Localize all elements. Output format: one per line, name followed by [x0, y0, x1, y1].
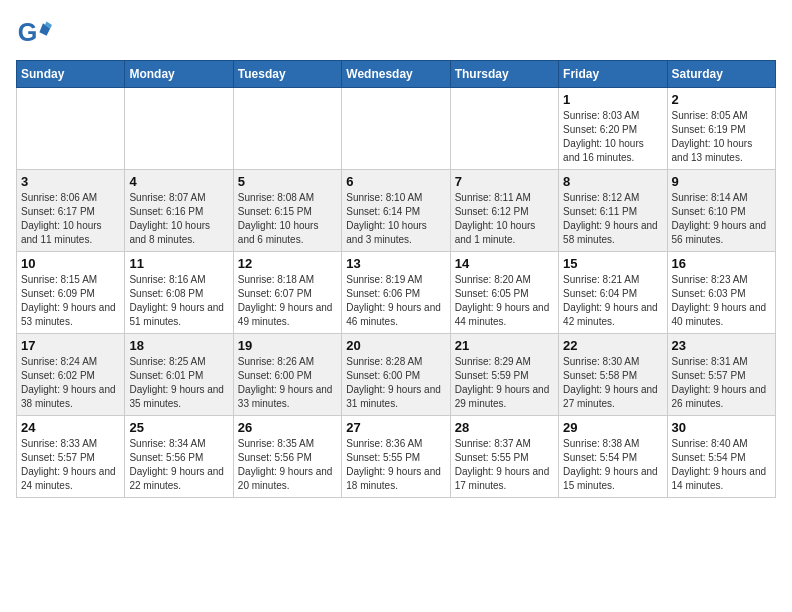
- calendar-cell: [125, 88, 233, 170]
- calendar-week-2: 3Sunrise: 8:06 AM Sunset: 6:17 PM Daylig…: [17, 170, 776, 252]
- day-number: 3: [21, 174, 120, 189]
- day-number: 28: [455, 420, 554, 435]
- calendar-cell: 8Sunrise: 8:12 AM Sunset: 6:11 PM Daylig…: [559, 170, 667, 252]
- day-info: Sunrise: 8:11 AM Sunset: 6:12 PM Dayligh…: [455, 191, 554, 247]
- calendar-cell: 2Sunrise: 8:05 AM Sunset: 6:19 PM Daylig…: [667, 88, 775, 170]
- day-info: Sunrise: 8:12 AM Sunset: 6:11 PM Dayligh…: [563, 191, 662, 247]
- day-number: 11: [129, 256, 228, 271]
- day-info: Sunrise: 8:07 AM Sunset: 6:16 PM Dayligh…: [129, 191, 228, 247]
- calendar-week-3: 10Sunrise: 8:15 AM Sunset: 6:09 PM Dayli…: [17, 252, 776, 334]
- day-info: Sunrise: 8:36 AM Sunset: 5:55 PM Dayligh…: [346, 437, 445, 493]
- calendar-cell: 17Sunrise: 8:24 AM Sunset: 6:02 PM Dayli…: [17, 334, 125, 416]
- weekday-friday: Friday: [559, 61, 667, 88]
- day-info: Sunrise: 8:25 AM Sunset: 6:01 PM Dayligh…: [129, 355, 228, 411]
- day-info: Sunrise: 8:26 AM Sunset: 6:00 PM Dayligh…: [238, 355, 337, 411]
- calendar-cell: 11Sunrise: 8:16 AM Sunset: 6:08 PM Dayli…: [125, 252, 233, 334]
- day-number: 10: [21, 256, 120, 271]
- day-info: Sunrise: 8:20 AM Sunset: 6:05 PM Dayligh…: [455, 273, 554, 329]
- day-info: Sunrise: 8:35 AM Sunset: 5:56 PM Dayligh…: [238, 437, 337, 493]
- day-number: 22: [563, 338, 662, 353]
- day-number: 26: [238, 420, 337, 435]
- day-info: Sunrise: 8:18 AM Sunset: 6:07 PM Dayligh…: [238, 273, 337, 329]
- day-number: 27: [346, 420, 445, 435]
- day-number: 15: [563, 256, 662, 271]
- calendar-cell: 15Sunrise: 8:21 AM Sunset: 6:04 PM Dayli…: [559, 252, 667, 334]
- day-info: Sunrise: 8:38 AM Sunset: 5:54 PM Dayligh…: [563, 437, 662, 493]
- calendar-cell: 5Sunrise: 8:08 AM Sunset: 6:15 PM Daylig…: [233, 170, 341, 252]
- day-number: 16: [672, 256, 771, 271]
- calendar-cell: 7Sunrise: 8:11 AM Sunset: 6:12 PM Daylig…: [450, 170, 558, 252]
- day-info: Sunrise: 8:14 AM Sunset: 6:10 PM Dayligh…: [672, 191, 771, 247]
- logo-icon: G: [16, 16, 52, 52]
- calendar-table: SundayMondayTuesdayWednesdayThursdayFrid…: [16, 60, 776, 498]
- calendar-cell: [450, 88, 558, 170]
- weekday-header-row: SundayMondayTuesdayWednesdayThursdayFrid…: [17, 61, 776, 88]
- calendar-cell: 13Sunrise: 8:19 AM Sunset: 6:06 PM Dayli…: [342, 252, 450, 334]
- day-number: 8: [563, 174, 662, 189]
- weekday-tuesday: Tuesday: [233, 61, 341, 88]
- weekday-wednesday: Wednesday: [342, 61, 450, 88]
- calendar-body: 1Sunrise: 8:03 AM Sunset: 6:20 PM Daylig…: [17, 88, 776, 498]
- calendar-cell: 19Sunrise: 8:26 AM Sunset: 6:00 PM Dayli…: [233, 334, 341, 416]
- calendar-week-5: 24Sunrise: 8:33 AM Sunset: 5:57 PM Dayli…: [17, 416, 776, 498]
- calendar-cell: 16Sunrise: 8:23 AM Sunset: 6:03 PM Dayli…: [667, 252, 775, 334]
- day-info: Sunrise: 8:30 AM Sunset: 5:58 PM Dayligh…: [563, 355, 662, 411]
- day-number: 17: [21, 338, 120, 353]
- day-number: 2: [672, 92, 771, 107]
- page-header: G: [16, 16, 776, 52]
- day-info: Sunrise: 8:23 AM Sunset: 6:03 PM Dayligh…: [672, 273, 771, 329]
- day-number: 12: [238, 256, 337, 271]
- weekday-sunday: Sunday: [17, 61, 125, 88]
- calendar-cell: 21Sunrise: 8:29 AM Sunset: 5:59 PM Dayli…: [450, 334, 558, 416]
- calendar-cell: 4Sunrise: 8:07 AM Sunset: 6:16 PM Daylig…: [125, 170, 233, 252]
- day-number: 4: [129, 174, 228, 189]
- day-number: 9: [672, 174, 771, 189]
- day-number: 1: [563, 92, 662, 107]
- calendar-cell: 28Sunrise: 8:37 AM Sunset: 5:55 PM Dayli…: [450, 416, 558, 498]
- day-info: Sunrise: 8:15 AM Sunset: 6:09 PM Dayligh…: [21, 273, 120, 329]
- day-number: 13: [346, 256, 445, 271]
- calendar-cell: 23Sunrise: 8:31 AM Sunset: 5:57 PM Dayli…: [667, 334, 775, 416]
- weekday-thursday: Thursday: [450, 61, 558, 88]
- calendar-cell: 9Sunrise: 8:14 AM Sunset: 6:10 PM Daylig…: [667, 170, 775, 252]
- calendar-cell: 18Sunrise: 8:25 AM Sunset: 6:01 PM Dayli…: [125, 334, 233, 416]
- calendar-cell: 29Sunrise: 8:38 AM Sunset: 5:54 PM Dayli…: [559, 416, 667, 498]
- day-info: Sunrise: 8:21 AM Sunset: 6:04 PM Dayligh…: [563, 273, 662, 329]
- calendar-week-4: 17Sunrise: 8:24 AM Sunset: 6:02 PM Dayli…: [17, 334, 776, 416]
- calendar-cell: 26Sunrise: 8:35 AM Sunset: 5:56 PM Dayli…: [233, 416, 341, 498]
- day-info: Sunrise: 8:29 AM Sunset: 5:59 PM Dayligh…: [455, 355, 554, 411]
- day-info: Sunrise: 8:19 AM Sunset: 6:06 PM Dayligh…: [346, 273, 445, 329]
- day-number: 19: [238, 338, 337, 353]
- day-info: Sunrise: 8:05 AM Sunset: 6:19 PM Dayligh…: [672, 109, 771, 165]
- day-number: 21: [455, 338, 554, 353]
- day-info: Sunrise: 8:24 AM Sunset: 6:02 PM Dayligh…: [21, 355, 120, 411]
- calendar-cell: 12Sunrise: 8:18 AM Sunset: 6:07 PM Dayli…: [233, 252, 341, 334]
- day-info: Sunrise: 8:16 AM Sunset: 6:08 PM Dayligh…: [129, 273, 228, 329]
- calendar-cell: 1Sunrise: 8:03 AM Sunset: 6:20 PM Daylig…: [559, 88, 667, 170]
- calendar-cell: 25Sunrise: 8:34 AM Sunset: 5:56 PM Dayli…: [125, 416, 233, 498]
- day-info: Sunrise: 8:37 AM Sunset: 5:55 PM Dayligh…: [455, 437, 554, 493]
- calendar-cell: 20Sunrise: 8:28 AM Sunset: 6:00 PM Dayli…: [342, 334, 450, 416]
- day-number: 18: [129, 338, 228, 353]
- calendar-cell: 10Sunrise: 8:15 AM Sunset: 6:09 PM Dayli…: [17, 252, 125, 334]
- day-number: 23: [672, 338, 771, 353]
- day-info: Sunrise: 8:28 AM Sunset: 6:00 PM Dayligh…: [346, 355, 445, 411]
- calendar-cell: 30Sunrise: 8:40 AM Sunset: 5:54 PM Dayli…: [667, 416, 775, 498]
- day-number: 29: [563, 420, 662, 435]
- weekday-saturday: Saturday: [667, 61, 775, 88]
- weekday-monday: Monday: [125, 61, 233, 88]
- day-info: Sunrise: 8:03 AM Sunset: 6:20 PM Dayligh…: [563, 109, 662, 165]
- day-info: Sunrise: 8:06 AM Sunset: 6:17 PM Dayligh…: [21, 191, 120, 247]
- svg-text:G: G: [18, 18, 38, 46]
- calendar-cell: [233, 88, 341, 170]
- calendar-cell: 27Sunrise: 8:36 AM Sunset: 5:55 PM Dayli…: [342, 416, 450, 498]
- day-info: Sunrise: 8:10 AM Sunset: 6:14 PM Dayligh…: [346, 191, 445, 247]
- day-number: 7: [455, 174, 554, 189]
- day-number: 6: [346, 174, 445, 189]
- day-number: 14: [455, 256, 554, 271]
- day-info: Sunrise: 8:40 AM Sunset: 5:54 PM Dayligh…: [672, 437, 771, 493]
- calendar-cell: 14Sunrise: 8:20 AM Sunset: 6:05 PM Dayli…: [450, 252, 558, 334]
- calendar-cell: 24Sunrise: 8:33 AM Sunset: 5:57 PM Dayli…: [17, 416, 125, 498]
- day-number: 20: [346, 338, 445, 353]
- day-info: Sunrise: 8:31 AM Sunset: 5:57 PM Dayligh…: [672, 355, 771, 411]
